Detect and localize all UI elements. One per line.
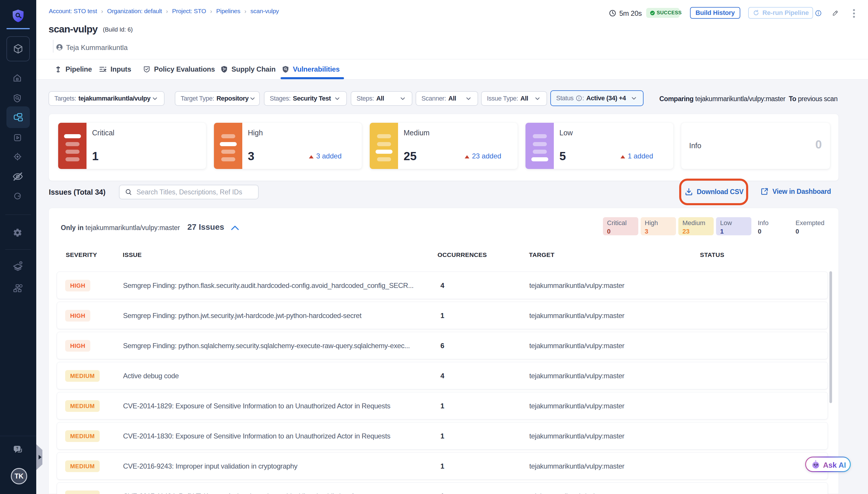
svg-text:?: ? bbox=[16, 446, 18, 451]
